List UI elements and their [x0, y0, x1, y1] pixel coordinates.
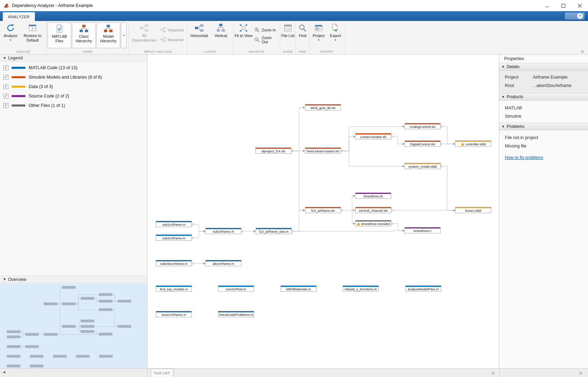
- graph-node-rebuild[interactable]: rebuild_s_functions.m: [343, 285, 379, 292]
- graph-node-tlc[interactable]: timesthree.tlc: [355, 193, 391, 199]
- tab-analyzer[interactable]: ANALYZER: [3, 12, 35, 21]
- window-title: Dependency Analyzer - Airframe Example: [12, 3, 93, 8]
- node-label: subAirframe.m: [213, 230, 234, 233]
- matlab-files-button[interactable]: MATLAB Files: [48, 22, 71, 48]
- export-button[interactable]: Export ▾: [327, 22, 344, 49]
- zoom-out-button[interactable]: Zoom Out: [253, 36, 280, 43]
- all-dependencies-button[interactable]: All Dependencies: [130, 22, 159, 49]
- node-category-bar: [206, 228, 241, 229]
- legend-checkbox[interactable]: ✓: [3, 103, 8, 108]
- restore-default-button[interactable]: Restore to Default: [20, 22, 45, 49]
- graph-node-slproject[interactable]: slproject_f14.slx: [255, 147, 291, 154]
- how-to-fix-link[interactable]: How to fix problems: [505, 155, 543, 160]
- zoom-in-button[interactable]: Zoom In: [253, 26, 280, 34]
- node-category-bar: [305, 104, 341, 106]
- graph-node-absair[interactable]: absAirframe.m: [205, 260, 241, 266]
- graph-node-vertical[interactable]: vertical_channel.slx: [355, 207, 391, 213]
- node-label: f14_airframe_test.m: [259, 230, 288, 233]
- node-label: system_model.sldd: [408, 165, 437, 168]
- graph-node-rununit[interactable]: runUnitTest.m: [218, 285, 254, 292]
- overview-minimap[interactable]: [0, 283, 147, 368]
- find-label: Find: [299, 34, 306, 38]
- node-category-bar: [356, 207, 391, 208]
- graph-node-controller[interactable]: controller.sldd: [455, 140, 491, 147]
- project-button[interactable]: Project ▾: [310, 22, 327, 49]
- legend-color-swatch: [12, 76, 26, 78]
- products-section-header[interactable]: ▼ Products: [499, 93, 588, 101]
- file-list-label: File List: [281, 34, 295, 38]
- vertical-layout-icon: [216, 23, 225, 32]
- graph-node-find_top[interactable]: find_top_models.m: [156, 285, 192, 292]
- graph-node-checkcode[interactable]: checkCodeProblems.m: [218, 311, 254, 317]
- graph-node-sub1[interactable]: sub1Airframe.m: [156, 221, 192, 227]
- details-section-header[interactable]: ▼ Details: [499, 63, 588, 71]
- graph-node-billof[interactable]: billOfMaterials.m: [281, 285, 317, 292]
- node-category-bar: [281, 286, 316, 287]
- expand-properties-icon[interactable]: [579, 370, 583, 375]
- legend-item-label: Other Files (1 of 1): [29, 103, 65, 108]
- node-category-bar: [405, 227, 440, 229]
- expand-file-list-icon[interactable]: [491, 370, 495, 375]
- product-item: Simulink: [499, 112, 588, 121]
- fit-to-view-button[interactable]: Fit to View: [234, 22, 253, 49]
- legend-item: ✓Other Files (1 of 1): [0, 101, 147, 110]
- legend-checkbox[interactable]: ✓: [3, 84, 8, 89]
- graph-node-digital[interactable]: DigitalControl.slx: [405, 140, 441, 147]
- legend-color-swatch: [12, 67, 26, 69]
- graph-node-analyzemf[interactable]: analyzeModelFiles.m: [405, 285, 441, 292]
- graph-node-subair[interactable]: subAirframe.m: [205, 228, 241, 234]
- legend-header[interactable]: ▼ Legend: [0, 55, 147, 62]
- overview-header[interactable]: ▼ Overview: [0, 276, 147, 283]
- details-section-label: Details: [507, 64, 520, 69]
- legend-checkbox[interactable]: ✓: [3, 75, 8, 80]
- ribbon-group-analyze: Analyze ▾ Restore to Default ANALYZE: [0, 21, 46, 54]
- problems-section-header[interactable]: ▼ Problems: [499, 123, 588, 130]
- status-bar-left: ◀: [0, 369, 147, 377]
- class-hierarchy-label: Class Hierarchy: [72, 34, 95, 43]
- graph-node-nonlinear[interactable]: NonLinearActuator.slx: [305, 147, 341, 154]
- graph-node-sub2[interactable]: sub2Airframe.m: [156, 234, 192, 241]
- ribbon-group-label: LAYOUT: [187, 50, 233, 53]
- required-button[interactable]: Required: [159, 36, 186, 43]
- graph-node-timesthree_c[interactable]: timesthree.c: [405, 227, 441, 233]
- graph-node-buses[interactable]: buses.sldd: [455, 207, 491, 213]
- project-icon: [314, 23, 323, 32]
- ribbon-group-label: VIEWS: [46, 50, 129, 53]
- horizontal-button[interactable]: Horizontal: [188, 22, 210, 49]
- graph-node-mexw64[interactable]: timesthree.mexw64: [355, 220, 391, 226]
- views-gallery-arrow[interactable]: ▾: [121, 22, 126, 48]
- left-panel: ▼ Legend ✓MATLAB Code (13 of 13)✓Simulin…: [0, 55, 147, 368]
- minimize-button[interactable]: [539, 0, 555, 11]
- help-button[interactable]: ?: [577, 13, 583, 19]
- maximize-button[interactable]: [555, 0, 572, 11]
- analyze-icon: [6, 23, 15, 32]
- class-hierarchy-button[interactable]: Class Hierarchy: [72, 22, 96, 48]
- legend-items: ✓MATLAB Code (13 of 13)✓Simulink Models …: [0, 63, 147, 110]
- node-category-bar: [405, 141, 440, 142]
- legend-checkbox[interactable]: ✓: [3, 65, 8, 70]
- file-list-tab[interactable]: FILE LIST: [151, 369, 174, 377]
- graph-node-system_model[interactable]: system_model.sldd: [405, 163, 441, 169]
- graph-node-linearact[interactable]: LinearActuator.slx: [355, 133, 391, 139]
- graph-node-subabs[interactable]: subAbsAirframe.m: [156, 260, 192, 266]
- collapse-ribbon-icon[interactable]: [580, 49, 585, 53]
- node-label: checkCodeProblems.m: [219, 313, 253, 317]
- graph-node-analog[interactable]: AnalogControl.slx: [405, 123, 441, 129]
- collapse-left-panel-icon[interactable]: ◀: [3, 370, 5, 374]
- graph-canvas[interactable]: wind_gust_lib.slxAnalogControl.slxLinear…: [148, 55, 499, 368]
- impacted-button[interactable]: Impacted: [159, 26, 186, 34]
- graph-node-f14_test[interactable]: f14_airframe_test.m: [256, 228, 292, 234]
- file-list-button[interactable]: File List: [281, 22, 295, 49]
- graph-node-enum[interactable]: enumAirframe.m: [156, 311, 192, 317]
- zoom-out-icon: [254, 37, 260, 43]
- restore-default-label: Restore to Default: [20, 34, 45, 43]
- analyze-button[interactable]: Analyze ▾: [1, 22, 20, 49]
- graph-node-wind_gust[interactable]: wind_gust_lib.slx: [305, 104, 341, 110]
- close-button[interactable]: [572, 0, 588, 11]
- ribbon-group-find: Find FIND: [296, 21, 310, 54]
- find-button[interactable]: Find: [296, 22, 309, 49]
- vertical-button[interactable]: Vertical: [210, 22, 231, 49]
- model-hierarchy-button[interactable]: Model Hierarchy: [96, 22, 120, 48]
- legend-checkbox[interactable]: ✓: [3, 94, 8, 99]
- graph-node-f14_airframe[interactable]: f14_airframe.slx: [305, 207, 341, 213]
